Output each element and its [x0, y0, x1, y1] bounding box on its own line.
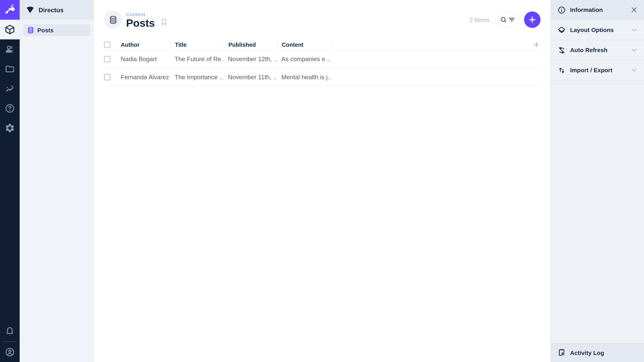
- main-content: Content Posts 2 Items: [94, 0, 550, 362]
- table-header-end: [331, 40, 540, 49]
- module-bar-divider: [3, 341, 17, 342]
- insights-icon: [4, 83, 15, 94]
- directus-logo[interactable]: [0, 0, 20, 20]
- page-header: Content Posts 2 Items: [94, 0, 550, 39]
- bookmark-icon[interactable]: [160, 17, 168, 27]
- database-icon: [108, 15, 118, 24]
- section-label: Information: [570, 6, 627, 13]
- chevron-down-icon: [630, 66, 638, 74]
- add-item-button[interactable]: [524, 11, 540, 28]
- cell-content: As companies e…: [277, 55, 331, 62]
- module-users[interactable]: [0, 39, 20, 59]
- row-select-cell: [104, 56, 121, 62]
- sidebar-item-label: Posts: [38, 27, 54, 33]
- module-bar: [0, 0, 20, 362]
- column-header-title[interactable]: Title: [170, 40, 224, 49]
- column-header-author[interactable]: Author: [121, 40, 170, 49]
- bell-icon: [4, 326, 15, 337]
- cell-content: Mental health is j…: [277, 73, 331, 80]
- breadcrumb[interactable]: Content: [126, 11, 155, 17]
- module-settings[interactable]: [0, 118, 20, 138]
- project-name: Directus: [38, 6, 64, 13]
- row-checkbox[interactable]: [104, 74, 110, 80]
- search-filter-pill: [495, 12, 520, 27]
- select-all-checkbox[interactable]: [104, 41, 110, 48]
- cell-title: The Importance …: [170, 73, 224, 80]
- chevron-down-icon: [630, 46, 638, 54]
- row-select-cell: [104, 74, 121, 80]
- column-header-published[interactable]: Published: [224, 40, 277, 49]
- table-header-row: Author Title Published Content: [104, 39, 540, 50]
- folder-icon: [4, 64, 15, 74]
- table-row[interactable]: Fernanda Alvarez The Importance … Novemb…: [104, 68, 540, 86]
- cell-author: Nadia Bogart: [121, 55, 170, 62]
- select-all-cell: [104, 41, 121, 48]
- section-label: Import / Export: [570, 67, 627, 73]
- collection-icon-button[interactable]: [104, 11, 122, 29]
- project-header[interactable]: Directus: [20, 0, 94, 20]
- sidebar-section-layout-options[interactable]: Layout Options: [551, 20, 644, 40]
- account-button[interactable]: [0, 342, 20, 362]
- database-icon: [27, 26, 34, 34]
- layers-icon: [557, 26, 566, 34]
- cell-author: Fernanda Alvarez: [121, 73, 170, 80]
- items-count: 2 Items: [470, 16, 490, 23]
- gear-icon: [4, 123, 15, 133]
- activity-log-icon: [557, 348, 566, 358]
- info-icon: [557, 5, 566, 14]
- info-sidebar: Information Layout Options: [550, 0, 644, 362]
- sidebar-section-information[interactable]: Information: [551, 0, 644, 20]
- cell-title: The Future of Re…: [170, 55, 224, 62]
- sidebar-item-posts[interactable]: Posts: [23, 24, 91, 36]
- swap-vert-icon: [557, 66, 566, 74]
- page-title: Posts: [126, 17, 155, 28]
- add-field-icon[interactable]: [532, 40, 540, 49]
- cell-published: November 11th, …: [224, 73, 277, 80]
- sync-disabled-icon: [557, 46, 566, 54]
- plus-icon: [528, 15, 537, 24]
- table-row[interactable]: Nadia Bogart The Future of Re… November …: [104, 50, 540, 68]
- sidebar-section-import-export[interactable]: Import / Export: [551, 60, 644, 80]
- title-block: Content Posts: [126, 11, 155, 28]
- filter-icon[interactable]: [508, 15, 516, 24]
- help-icon: [4, 103, 15, 114]
- people-icon: [4, 44, 15, 55]
- cell-published: November 12th, …: [224, 55, 277, 62]
- section-label: Layout Options: [570, 27, 627, 33]
- navigation-sidebar: Directus Posts: [20, 0, 94, 362]
- close-icon[interactable]: [630, 6, 638, 14]
- sidebar-section-auto-refresh[interactable]: Auto Refresh: [551, 40, 644, 60]
- chevron-down-icon: [630, 26, 638, 34]
- activity-log-button[interactable]: Activity Log: [551, 343, 644, 362]
- rabbit-logo-icon: [4, 3, 16, 17]
- section-label: Auto Refresh: [570, 47, 627, 53]
- module-docs[interactable]: [0, 98, 20, 118]
- search-icon[interactable]: [500, 15, 508, 24]
- app-window: Directus Posts: [0, 0, 644, 362]
- module-content[interactable]: [0, 20, 20, 39]
- activity-log-label: Activity Log: [570, 350, 604, 356]
- account-circle-icon: [4, 347, 15, 358]
- module-files[interactable]: [0, 59, 20, 79]
- project-logo-icon: [26, 4, 35, 15]
- column-header-content[interactable]: Content: [277, 40, 331, 49]
- cube-icon: [4, 24, 15, 35]
- module-insights[interactable]: [0, 79, 20, 98]
- notifications-button[interactable]: [0, 322, 20, 341]
- row-checkbox[interactable]: [104, 56, 110, 62]
- items-table: Author Title Published Content Nadia Bog…: [104, 39, 540, 86]
